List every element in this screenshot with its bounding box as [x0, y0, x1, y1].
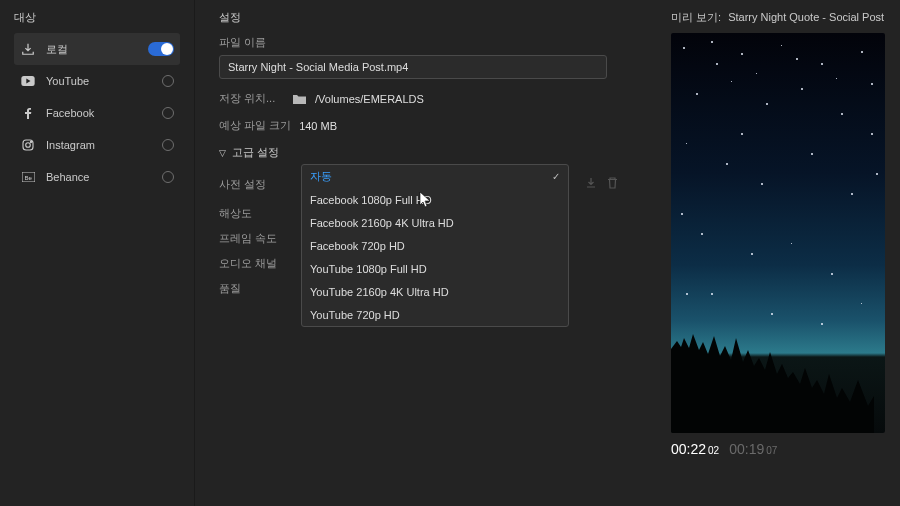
preview-title: 미리 보기: Starry Night Quote - Social Post — [671, 10, 886, 25]
sidebar-title: 대상 — [14, 10, 180, 25]
est-size-value: 140 MB — [299, 120, 337, 132]
filename-value: Starry Night - Social Media Post.mp4 — [228, 61, 408, 73]
preset-option-auto[interactable]: 자동 ✓ — [302, 165, 568, 188]
folder-icon[interactable] — [291, 92, 307, 106]
save-location-path: /Volumes/EMERALDS — [315, 93, 424, 105]
timecode-row: 00:2202 00:1907 — [671, 441, 886, 457]
save-location-label: 저장 위치... — [219, 91, 291, 106]
trees-silhouette — [671, 321, 885, 433]
filename-label: 파일 이름 — [219, 35, 633, 50]
preset-option[interactable]: YouTube 720p HD — [302, 303, 568, 326]
radio[interactable] — [162, 139, 174, 151]
preview-panel: 미리 보기: Starry Night Quote - Social Post … — [657, 0, 900, 506]
preset-label: 사전 설정 — [219, 177, 291, 192]
radio[interactable] — [162, 107, 174, 119]
resolution-label: 해상도 — [219, 206, 291, 221]
chevron-down-icon: ▽ — [219, 148, 226, 158]
save-location-row: 저장 위치... /Volumes/EMERALDS — [219, 91, 633, 106]
download-icon[interactable] — [585, 177, 597, 192]
youtube-icon — [20, 73, 36, 89]
toggle-switch[interactable] — [148, 42, 174, 56]
preset-option[interactable]: Facebook 720p HD — [302, 234, 568, 257]
svg-point-3 — [30, 141, 31, 142]
preset-option[interactable]: YouTube 1080p Full HD — [302, 257, 568, 280]
sidebar-item-label: Facebook — [46, 107, 94, 119]
advanced-label: 고급 설정 — [232, 145, 279, 160]
sidebar-item-label: Behance — [46, 171, 89, 183]
radio[interactable] — [162, 171, 174, 183]
svg-text:Be: Be — [24, 175, 32, 181]
export-icon — [20, 41, 36, 57]
behance-icon: Be — [20, 169, 36, 185]
timecode-current: 00:2202 — [671, 441, 719, 457]
main-panel: 설정 파일 이름 Starry Night - Social Media Pos… — [195, 0, 900, 506]
filename-input[interactable]: Starry Night - Social Media Post.mp4 — [219, 55, 607, 79]
preset-option[interactable]: Facebook 1080p Full HD — [302, 188, 568, 211]
svg-point-2 — [26, 143, 31, 148]
settings-title: 설정 — [219, 10, 633, 25]
audio-label: 오디오 채널 — [219, 256, 291, 271]
radio[interactable] — [162, 75, 174, 87]
sidebar-item-label: Instagram — [46, 139, 95, 151]
sidebar-item-behance[interactable]: Be Behance — [14, 161, 180, 193]
trash-icon[interactable] — [607, 177, 618, 192]
preset-dropdown: 자동 ✓ Facebook 1080p Full HD Facebook 216… — [301, 164, 569, 327]
sidebar-item-label: 로컬 — [46, 42, 68, 57]
settings-panel: 설정 파일 이름 Starry Night - Social Media Pos… — [195, 0, 657, 506]
sidebar-item-label: YouTube — [46, 75, 89, 87]
timecode-duration: 00:1907 — [729, 441, 777, 457]
preview-thumbnail — [671, 33, 885, 433]
advanced-settings-toggle[interactable]: ▽ 고급 설정 — [219, 145, 633, 160]
est-size-row: 예상 파일 크기 140 MB — [219, 118, 633, 133]
sidebar-item-instagram[interactable]: Instagram — [14, 129, 180, 161]
sidebar-item-facebook[interactable]: Facebook — [14, 97, 180, 129]
check-icon: ✓ — [552, 171, 560, 182]
instagram-icon — [20, 137, 36, 153]
sidebar-item-youtube[interactable]: YouTube — [14, 65, 180, 97]
preset-option[interactable]: YouTube 2160p 4K Ultra HD — [302, 280, 568, 303]
facebook-icon — [20, 105, 36, 121]
framerate-label: 프레임 속도 — [219, 231, 291, 246]
quality-label: 품질 — [219, 281, 291, 296]
export-dialog: 대상 로컬 YouTube Facebook I — [0, 0, 900, 506]
destination-sidebar: 대상 로컬 YouTube Facebook I — [0, 0, 195, 506]
sidebar-item-local[interactable]: 로컬 — [14, 33, 180, 65]
est-size-label: 예상 파일 크기 — [219, 118, 291, 133]
preset-option[interactable]: Facebook 2160p 4K Ultra HD — [302, 211, 568, 234]
preset-actions — [579, 177, 633, 192]
